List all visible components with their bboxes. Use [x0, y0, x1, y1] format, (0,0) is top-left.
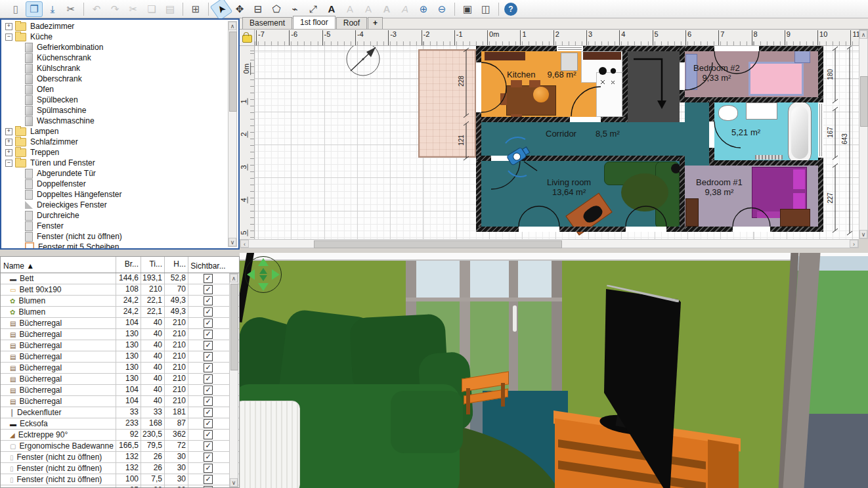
catalog-scrollbar[interactable]: ∧ ∨	[228, 21, 237, 247]
visible-checkbox[interactable]: ✓	[204, 453, 213, 462]
catalog-item[interactable]: Waschmaschine	[1, 116, 238, 126]
visible-checkbox[interactable]: ✓	[204, 352, 213, 361]
pan-tool-button[interactable]: ✥	[231, 1, 248, 17]
catalog-item[interactable]: Doppeltes Hängefenster	[1, 189, 238, 200]
catalog-item[interactable]: Ofen	[1, 84, 238, 95]
create-polylines-button[interactable]: ⌁	[286, 1, 303, 17]
undo-button[interactable]: ↶	[88, 1, 105, 17]
redo-button[interactable]: ↷	[106, 1, 123, 17]
furniture-row[interactable]: ▯Fenster (nicht zu öffnen)1322630✓	[1, 463, 239, 474]
new-home-button[interactable]: ▯	[7, 1, 24, 17]
nav-right-icon[interactable]	[272, 269, 280, 280]
furniture-row[interactable]: ▤Bücherregal13040210✓	[1, 351, 239, 363]
catalog-item[interactable]: Oberschrank	[1, 74, 238, 84]
catalog-item[interactable]: +Lampen	[1, 126, 238, 137]
expand-icon[interactable]: +	[5, 149, 12, 156]
catalog-item[interactable]: Kühlschrank	[1, 63, 238, 74]
3d-navigation-control[interactable]	[245, 256, 282, 293]
increase-text-size-button[interactable]: A	[360, 1, 377, 17]
catalog-item[interactable]: −Küche	[1, 32, 238, 42]
furniture-row[interactable]: ▭Bett 90x19010821070✓	[1, 284, 239, 296]
expand-icon[interactable]: +	[5, 139, 12, 146]
scrollbar-thumb[interactable]	[860, 76, 868, 127]
zoom-in-button[interactable]: ⊕	[415, 1, 432, 17]
furniture-row[interactable]: ▢Ergonomische Badewanne166,579,572✓	[1, 441, 239, 452]
furniture-row[interactable]: ▯Fenster (nicht zu öffnen)1007,530✓	[1, 474, 239, 485]
catalog-item[interactable]: +Treppen	[1, 147, 238, 158]
zoom-out-button[interactable]: ⊖	[433, 1, 450, 17]
furniture-row[interactable]: ▤Bücherregal13040210✓	[1, 340, 239, 351]
furniture-row[interactable]: ▤Bücherregal13040210✓	[1, 329, 239, 340]
furniture-row[interactable]: ▤Bücherregal10440210✓	[1, 396, 239, 407]
furniture-row[interactable]: ▯Fenster (nicht zu öffnen)952630✓	[1, 485, 239, 488]
visible-checkbox[interactable]: ✓	[204, 274, 213, 283]
nav-up-icon[interactable]	[258, 258, 269, 266]
scroll-right-icon[interactable]: ›	[850, 240, 858, 248]
visible-checkbox[interactable]: ✓	[204, 441, 213, 451]
decrease-text-size-button[interactable]: A	[341, 1, 358, 17]
visible-checkbox[interactable]: ✓	[204, 464, 213, 473]
save-home-button[interactable]: ⤓	[44, 1, 61, 17]
visible-checkbox[interactable]: ✓	[204, 330, 213, 339]
nav-down-icon[interactable]	[258, 283, 269, 291]
add-furniture-button[interactable]: ⊞	[187, 1, 204, 17]
scroll-down-icon[interactable]: ∨	[228, 238, 236, 246]
scroll-up-icon[interactable]: ∧	[859, 30, 867, 39]
visible-checkbox[interactable]: ✓	[204, 307, 213, 317]
scroll-left-icon[interactable]: ‹	[240, 240, 249, 248]
radiator[interactable]	[240, 401, 300, 488]
catalog-item[interactable]: +Badezimmer	[1, 21, 238, 32]
visible-checkbox[interactable]: ✓	[204, 386, 213, 395]
plan-horizontal-scrollbar[interactable]: ‹ ›	[240, 239, 859, 248]
nav-tilt-down-icon[interactable]	[259, 275, 267, 281]
scrollbar-thumb[interactable]	[314, 240, 562, 248]
visible-checkbox[interactable]: ✓	[204, 430, 213, 439]
floor-plan-canvas[interactable]: Kitchen 9,68 m² Corridor 8,5 m² Living r…	[255, 46, 859, 239]
catalog-item[interactable]: −Türen und Fenster	[1, 158, 238, 168]
furniture-row[interactable]: ▤Bücherregal13040210✓	[1, 363, 239, 374]
furniture-row[interactable]: ▬Ecksofa23316887✓	[1, 418, 239, 430]
furniture-row[interactable]: ▯Fenster (nicht zu öffnen)1322630✓	[1, 452, 239, 463]
visible-checkbox[interactable]: ✓	[204, 319, 213, 328]
plan-vertical-scrollbar[interactable]: ∧ ∨	[859, 30, 868, 239]
toggle-italic-button[interactable]: A	[397, 1, 414, 17]
furniture-row[interactable]: ▬Bett144,6193,152,8✓	[1, 273, 239, 284]
tab-roof[interactable]: Roof	[336, 17, 367, 29]
visible-checkbox[interactable]: ✓	[204, 419, 213, 428]
catalog-item[interactable]: Spülbecken	[1, 95, 238, 105]
visible-checkbox[interactable]: ✓	[204, 341, 213, 350]
create-dimensions-button[interactable]: ⤢	[305, 1, 322, 17]
help-button[interactable]: ?	[504, 3, 517, 16]
view-3d[interactable]	[240, 253, 868, 488]
scroll-up-icon[interactable]: ∧	[230, 274, 238, 282]
catalog-item[interactable]: Fenster mit 5 Scheiben	[1, 242, 238, 250]
column-header-h[interactable]: H...	[165, 257, 188, 273]
create-rooms-button[interactable]: ⬠	[268, 1, 285, 17]
furniture-row[interactable]: ▤Bücherregal13040210✓	[1, 374, 239, 385]
furniture-row[interactable]: ┃Deckenfluter3333181✓	[1, 407, 239, 418]
paste-button[interactable]: ▤	[162, 1, 179, 17]
open-home-button[interactable]: ❐	[26, 1, 43, 17]
visible-checkbox[interactable]: ✓	[204, 374, 213, 384]
select-tool-button[interactable]: ➤	[210, 0, 233, 20]
expand-icon[interactable]: +	[5, 23, 12, 30]
lock-icon[interactable]	[242, 35, 252, 43]
create-walls-button[interactable]: ⊟	[250, 1, 267, 17]
scrollbar-thumb[interactable]	[229, 32, 237, 112]
visible-checkbox[interactable]: ✓	[204, 475, 213, 484]
catalog-item[interactable]: Gefrierkombination	[1, 42, 238, 53]
catalog-item[interactable]: +Schlafzimmer	[1, 137, 238, 147]
furniture-row[interactable]: ▤Bücherregal10440210✓	[1, 318, 239, 329]
column-header-name[interactable]: Name ▲	[1, 257, 116, 273]
furniture-scrollbar[interactable]: ∧ ∨	[229, 273, 238, 487]
collapse-icon[interactable]: −	[5, 160, 12, 167]
column-header-ti[interactable]: Ti...	[141, 257, 165, 273]
catalog-item[interactable]: Fenster (nicht zu öffnen)	[1, 231, 238, 242]
expand-icon[interactable]: +	[5, 128, 12, 135]
visible-checkbox[interactable]: ✓	[204, 408, 213, 417]
scroll-up-icon[interactable]: ∧	[228, 22, 236, 30]
catalog-item[interactable]: Durchreiche	[1, 210, 238, 221]
catalog-item[interactable]: Dreieckiges Fenster	[1, 200, 238, 210]
furniture-row[interactable]: ✿Blumen24,222,149,3✓	[1, 296, 239, 307]
nav-tilt-up-icon[interactable]	[259, 268, 267, 274]
